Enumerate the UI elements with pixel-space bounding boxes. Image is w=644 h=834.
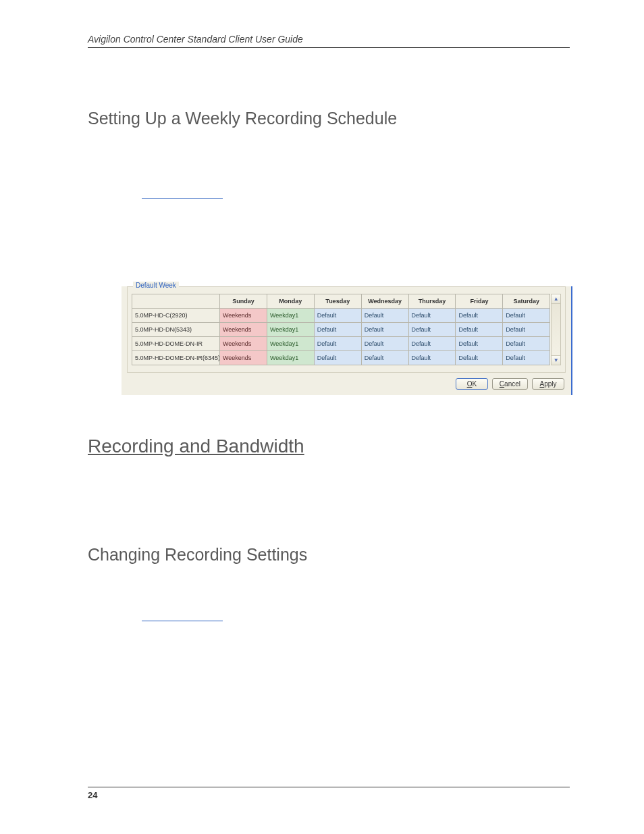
schedule-cell[interactable]: Default: [456, 351, 503, 365]
schedule-cell[interactable]: Weekday1: [267, 337, 314, 351]
schedule-cell[interactable]: Default: [408, 309, 456, 323]
table-header-row: Sunday Monday Tuesday Wednesday Thursday…: [132, 294, 550, 309]
cancel-button[interactable]: Cancel: [492, 378, 528, 390]
table-row: 5.0MP-HD-DOME-DN-IR(6345)WeekendsWeekday…: [132, 351, 550, 365]
heading-weekly-schedule: Setting Up a Weekly Recording Schedule: [88, 109, 570, 128]
camera-name-cell[interactable]: 5.0MP-HD-DN(5343): [132, 323, 220, 337]
column-header-saturday[interactable]: Saturday: [503, 294, 550, 309]
schedule-cell[interactable]: Default: [314, 351, 361, 365]
schedule-cell[interactable]: Default: [361, 309, 408, 323]
schedule-cell[interactable]: Default: [361, 337, 408, 351]
schedule-cell[interactable]: Weekday1: [267, 309, 314, 323]
heading-changing-recording: Changing Recording Settings: [88, 545, 570, 565]
table-row: 5.0MP-HD-DOME-DN-IRWeekendsWeekday1Defau…: [132, 337, 550, 351]
schedule-cell[interactable]: Default: [456, 309, 503, 323]
doc-header: Avigilon Control Center Standard Client …: [88, 34, 570, 48]
column-header-friday[interactable]: Friday: [456, 294, 503, 309]
figure-default-week-dialog: Default Week Sunday Monday Tuesday Wedne…: [122, 286, 572, 395]
dialog-button-row: OK Cancel Apply: [122, 373, 571, 390]
schedule-cell[interactable]: Default: [456, 323, 503, 337]
schedule-cell[interactable]: Weekends: [220, 323, 267, 337]
page-footer: 24: [88, 787, 570, 800]
schedule-cell[interactable]: Weekday1: [267, 351, 314, 365]
schedule-cell[interactable]: Weekends: [220, 351, 267, 365]
table-row: 5.0MP-HD-C(2920)WeekendsWeekday1DefaultD…: [132, 309, 550, 323]
apply-button[interactable]: Apply: [532, 378, 564, 390]
schedule-cell[interactable]: Weekends: [220, 309, 267, 323]
column-header-monday[interactable]: Monday: [267, 294, 314, 309]
groupbox-default-week: Default Week Sunday Monday Tuesday Wedne…: [127, 286, 566, 373]
table-row: 5.0MP-HD-DN(5343)WeekendsWeekday1Default…: [132, 323, 550, 337]
schedule-cell[interactable]: Weekends: [220, 337, 267, 351]
ok-button[interactable]: OK: [456, 378, 488, 390]
camera-name-cell[interactable]: 5.0MP-HD-DOME-DN-IR: [132, 337, 220, 351]
scroll-up-icon[interactable]: ▲: [552, 294, 560, 304]
page-number: 24: [88, 790, 97, 800]
heading-recording-bandwidth: Recording and Bandwidth: [88, 436, 570, 457]
vertical-scrollbar[interactable]: ▲ ▼: [551, 294, 561, 365]
schedule-cell[interactable]: Default: [314, 337, 361, 351]
schedule-cell[interactable]: Weekday1: [267, 323, 314, 337]
schedule-cell[interactable]: Default: [503, 323, 550, 337]
schedule-cell[interactable]: Default: [408, 323, 456, 337]
schedule-cell[interactable]: Default: [503, 337, 550, 351]
schedule-cell[interactable]: Default: [361, 323, 408, 337]
schedule-cell[interactable]: Default: [314, 323, 361, 337]
link-reference-2[interactable]: [142, 612, 223, 621]
schedule-cell[interactable]: Default: [503, 351, 550, 365]
column-header-thursday[interactable]: Thursday: [408, 294, 456, 309]
schedule-cell[interactable]: Default: [361, 351, 408, 365]
camera-name-cell[interactable]: 5.0MP-HD-C(2920): [132, 309, 220, 323]
scroll-down-icon[interactable]: ▼: [552, 355, 560, 365]
schedule-cell[interactable]: Default: [408, 337, 456, 351]
groupbox-title: Default Week: [133, 282, 179, 289]
column-header-sunday[interactable]: Sunday: [220, 294, 267, 309]
schedule-table: Sunday Monday Tuesday Wednesday Thursday…: [132, 294, 550, 365]
schedule-cell[interactable]: Default: [503, 309, 550, 323]
link-reference-1[interactable]: [142, 189, 223, 199]
schedule-cell[interactable]: Default: [456, 337, 503, 351]
column-header-wednesday[interactable]: Wednesday: [361, 294, 408, 309]
schedule-cell[interactable]: Default: [314, 309, 361, 323]
schedule-cell[interactable]: Default: [408, 351, 456, 365]
column-header-tuesday[interactable]: Tuesday: [314, 294, 361, 309]
column-header-camera: [132, 294, 220, 309]
camera-name-cell[interactable]: 5.0MP-HD-DOME-DN-IR(6345): [132, 351, 220, 365]
